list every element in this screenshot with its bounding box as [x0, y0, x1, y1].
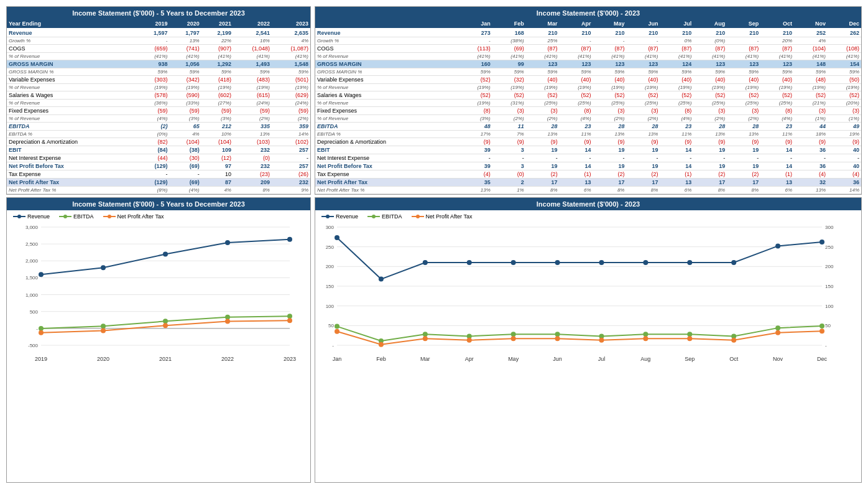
svg-text:Nov: Nov: [773, 356, 783, 362]
row-label-20: Net Profit After Tax %: [7, 187, 137, 194]
right-income-table-panel: Income Statement ($'000) - 2023 JanFebMa…: [315, 6, 862, 195]
svg-text:Jan: Jan: [333, 356, 342, 362]
table-row: Net Profit Before Tax3931914191914191914…: [315, 162, 861, 170]
cell-16-0: -: [459, 154, 492, 162]
table-row: Variable Expenses(52)(32)(40)(40)(40)(40…: [315, 76, 861, 84]
svg-text:200: 200: [825, 264, 834, 269]
cell-19-2: 17: [526, 179, 560, 187]
cell-8-7: (52): [693, 91, 727, 100]
cell-18-1: -: [169, 170, 201, 179]
row-label-7: % of Revenue: [315, 84, 459, 91]
cell-3-3: (41%): [560, 53, 593, 60]
cell-18-4: (2): [593, 170, 627, 179]
cell-6-5: (40): [626, 76, 660, 84]
cell-18-10: (4): [794, 170, 828, 179]
cell-18-5: (2): [626, 170, 660, 179]
cell-7-6: (19%): [660, 84, 693, 91]
svg-point-113: [643, 336, 648, 341]
cell-10-10: (3): [794, 107, 828, 115]
col-header-0: Year Ending: [7, 19, 137, 29]
cell-14-6: (9): [660, 138, 693, 146]
cell-0-10: 252: [794, 29, 828, 37]
cell-20-0: (8%): [137, 187, 169, 194]
cell-13-0: 17%: [459, 131, 492, 138]
cell-19-6: 13: [660, 179, 693, 187]
cell-4-10: 148: [794, 60, 828, 68]
cell-6-9: (40): [760, 76, 794, 84]
svg-text:Apr: Apr: [465, 356, 474, 362]
left-table-header: Income Statement ($'000) - 5 Years to De…: [7, 7, 310, 19]
cell-17-8: 19: [727, 162, 760, 170]
row-label-0: Revenue: [315, 29, 459, 37]
cell-17-4: 19: [593, 162, 627, 170]
cell-7-3: (19%): [233, 84, 272, 91]
cell-12-9: 23: [760, 123, 794, 131]
cell-6-1: (342): [169, 76, 201, 84]
table-row: Fixed Expenses(59)(59)(59)(59)(59): [7, 107, 310, 115]
cell-16-4: -: [593, 154, 627, 162]
svg-text:50: 50: [328, 323, 334, 328]
right-legend-revenue: Revenue: [321, 213, 358, 220]
cell-17-1: (69): [169, 162, 201, 170]
table-row: EBITDA %(0%)4%10%13%14%: [7, 131, 310, 138]
table-row: % of Revenue(19%)(31%)(25%)(25%)(25%)(25…: [315, 100, 861, 107]
row-label-11: % of Revenue: [315, 115, 459, 123]
cell-4-4: 1,548: [272, 60, 310, 68]
cell-15-4: 257: [272, 146, 310, 154]
cell-1-4: 4%: [272, 37, 310, 45]
cell-10-5: (3): [626, 107, 660, 115]
svg-point-90: [687, 260, 692, 265]
cell-3-2: (41%): [526, 53, 560, 60]
cell-12-3: 23: [560, 123, 593, 131]
cell-10-9: (8): [760, 107, 794, 115]
cell-9-2: (27%): [201, 100, 233, 107]
table-row: Tax Expense(4)(0)(2)(1)(2)(2)(1)(2)(2)(1…: [315, 170, 861, 179]
row-label-15: EBIT: [7, 146, 137, 154]
cell-18-1: (0): [492, 170, 526, 179]
cell-0-8: 210: [727, 29, 760, 37]
cell-11-11: (1%): [828, 115, 861, 123]
cell-2-2: (907): [201, 45, 233, 53]
svg-text:200: 200: [326, 264, 335, 269]
svg-point-83: [379, 277, 384, 282]
svg-text:50: 50: [825, 323, 831, 328]
cell-7-4: (19%): [272, 84, 310, 91]
cell-10-4: (59): [272, 107, 310, 115]
cell-10-3: (8): [560, 107, 593, 115]
svg-text:1,000: 1,000: [25, 292, 39, 298]
cell-18-4: (26): [272, 170, 310, 179]
svg-text:1,500: 1,500: [25, 275, 39, 281]
table-row: Variable Expenses(303)(342)(418)(483)(50…: [7, 76, 310, 84]
col-header-3: 2021: [201, 19, 233, 29]
col-header-9: Sep: [727, 19, 760, 29]
cell-13-2: 13%: [526, 131, 560, 138]
cell-1-7: (0%): [693, 37, 727, 45]
left-chart-legend: Revenue EBITDA Net Profit After Tax: [10, 212, 307, 221]
col-header-2: 2020: [169, 19, 201, 29]
cell-14-8: (9): [727, 138, 760, 146]
legend-revenue-label: Revenue: [27, 213, 50, 220]
cell-0-0: 273: [459, 29, 492, 37]
table-row: GROSS MARGIN1609912312312312312412312312…: [315, 60, 861, 68]
cell-15-7: 19: [693, 146, 727, 154]
cell-18-8: (2): [727, 170, 760, 179]
svg-text:Jun: Jun: [553, 356, 562, 362]
svg-text:300: 300: [326, 225, 335, 230]
col-header-6: Jun: [626, 19, 660, 29]
cell-2-5: (87): [626, 45, 660, 53]
cell-19-1: (69): [169, 179, 201, 187]
cell-4-6: 124: [660, 60, 693, 68]
cell-20-1: (4%): [169, 187, 201, 194]
cell-6-3: (483): [233, 76, 272, 84]
row-label-19: Net Profit After Tax: [7, 179, 137, 187]
svg-point-96: [423, 332, 428, 337]
col-header-12: Dec: [828, 19, 861, 29]
cell-18-2: (2): [526, 170, 560, 179]
cell-10-4: (3): [593, 107, 627, 115]
cell-7-7: (19%): [693, 84, 727, 91]
cell-10-11: (3): [828, 107, 861, 115]
cell-8-10: (52): [794, 91, 828, 100]
table-row: % of Revenue(3%)(2%)(2%)(4%)(2%)(2%)(4%)…: [315, 115, 861, 123]
table-row: Depreciation & Amortization(9)(9)(9)(9)(…: [315, 138, 861, 146]
svg-point-29: [101, 265, 106, 270]
